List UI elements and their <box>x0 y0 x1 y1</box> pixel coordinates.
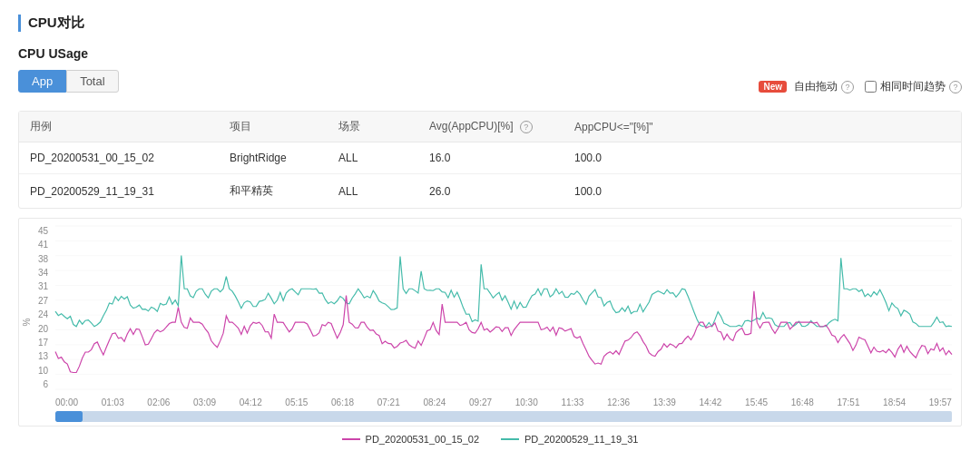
x-axis-label: 15:45 <box>745 397 768 407</box>
x-axis-label: 07:21 <box>377 397 400 407</box>
legend-item: PD_20200531_00_15_02 <box>342 434 479 445</box>
same-time-label: 相同时间趋势 <box>880 79 946 94</box>
x-axis-label: 05:15 <box>285 397 308 407</box>
y-axis-label: 27 <box>38 296 48 306</box>
same-time-checkbox[interactable] <box>865 81 877 93</box>
data-table: 用例 项目 场景 Avg(AppCPU)[%] ? AppCPU<="[%]" … <box>18 111 962 209</box>
x-axis-label: 13:39 <box>653 397 676 407</box>
x-axis-label: 01:03 <box>102 397 124 407</box>
chart-area <box>55 226 952 389</box>
cell-avg: 26.0 <box>418 174 564 209</box>
cell-usecase: PD_20200531_00_15_02 <box>19 142 219 174</box>
cell-appcpu: 100.0 <box>564 174 961 209</box>
y-axis-label: 20 <box>38 324 48 334</box>
legend-label: PD_20200529_11_19_31 <box>524 434 638 445</box>
x-axis-label: 12:36 <box>607 397 630 407</box>
x-axis-label: 19:57 <box>929 397 952 407</box>
x-axis-label: 08:24 <box>423 397 446 407</box>
y-axis-label: 17 <box>38 338 48 348</box>
table-row: PD_20200531_00_15_02 BrightRidge ALL 16.… <box>19 142 961 174</box>
y-axis-label: 38 <box>38 254 48 264</box>
same-time-control[interactable]: 相同时间趋势 ? <box>865 79 962 94</box>
free-drag-control[interactable]: New 自由拖动 ? <box>759 79 854 94</box>
x-axis-label: 09:27 <box>469 397 492 407</box>
x-axis: 00:0001:0302:0603:0904:1205:1506:1807:21… <box>55 397 952 407</box>
x-axis-label: 17:51 <box>837 397 859 407</box>
col-header-project: 项目 <box>219 112 328 142</box>
x-axis-label: 04:12 <box>240 397 262 407</box>
col-header-avg: Avg(AppCPU)[%] ? <box>418 112 564 142</box>
tab-app[interactable]: App <box>18 70 66 93</box>
x-axis-label: 00:00 <box>55 397 78 407</box>
new-badge: New <box>759 81 787 93</box>
page-title: CPU对比 <box>18 15 962 32</box>
col-header-appcpu: AppCPU<="[%]" <box>564 112 961 142</box>
y-axis-label: 13 <box>38 351 48 361</box>
cell-avg: 16.0 <box>418 142 564 174</box>
y-axis: 45413834312724201713106 <box>19 226 52 389</box>
x-axis-label: 06:18 <box>331 397 354 407</box>
free-drag-label: 自由拖动 <box>794 79 838 94</box>
avg-help-icon[interactable]: ? <box>520 121 533 133</box>
chart-container: 45413834312724201713106 % 00:0001:0302:0… <box>18 218 962 427</box>
y-axis-label: 41 <box>38 240 48 250</box>
x-axis-label: 11:33 <box>561 397 583 407</box>
col-header-usecase: 用例 <box>19 112 219 142</box>
x-axis-label: 03:09 <box>193 397 216 407</box>
scrollbar-handle-left[interactable] <box>55 411 83 422</box>
tab-bar: App Total <box>18 70 119 93</box>
x-axis-label: 02:06 <box>147 397 170 407</box>
cell-project: BrightRidge <box>219 142 328 174</box>
x-axis-label: 14:42 <box>699 397 721 407</box>
y-axis-label: 24 <box>38 309 48 319</box>
cell-appcpu: 100.0 <box>564 142 961 174</box>
y-axis-label: 45 <box>38 226 48 236</box>
cell-usecase: PD_20200529_11_19_31 <box>19 174 219 209</box>
tab-total[interactable]: Total <box>66 70 118 93</box>
cell-scene: ALL <box>328 174 418 209</box>
section-title: CPU USage <box>18 46 962 61</box>
col-header-scene: 场景 <box>328 112 418 142</box>
cell-scene: ALL <box>328 142 418 174</box>
chart-series <box>55 256 952 327</box>
chart-series <box>55 291 952 373</box>
y-axis-label: 31 <box>38 281 48 291</box>
same-time-help-icon[interactable]: ? <box>949 81 962 93</box>
scrollbar-track[interactable] <box>83 411 952 422</box>
y-axis-label: 10 <box>38 366 48 376</box>
legend-label: PD_20200531_00_15_02 <box>366 434 479 445</box>
y-axis-label: 6 <box>43 379 48 389</box>
y-axis-label: 34 <box>38 268 48 278</box>
free-drag-help-icon[interactable]: ? <box>841 81 854 93</box>
x-axis-label: 16:48 <box>791 397 814 407</box>
chart-legend: PD_20200531_00_15_02PD_20200529_11_19_31 <box>18 434 962 445</box>
scrollbar[interactable] <box>55 411 952 422</box>
x-axis-label: 10:30 <box>515 397 538 407</box>
legend-item: PD_20200529_11_19_31 <box>501 434 638 445</box>
table-row: PD_20200529_11_19_31 和平精英 ALL 26.0 100.0 <box>19 174 961 209</box>
x-axis-label: 18:54 <box>883 397 906 407</box>
y-axis-title: % <box>22 319 32 327</box>
cell-project: 和平精英 <box>219 174 328 209</box>
